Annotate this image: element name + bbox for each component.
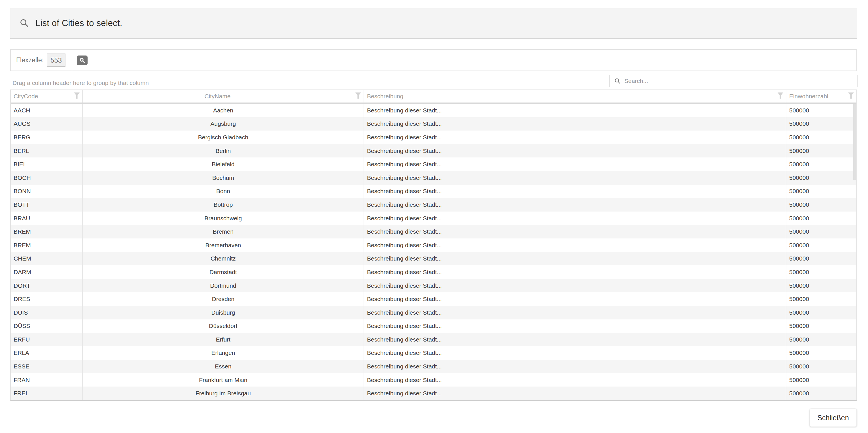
table-row[interactable]: BONNBonnBeschreibung dieser Stadt...5000…: [11, 185, 857, 198]
cell-code: ERFU: [11, 333, 83, 346]
table-row[interactable]: FREIFreiburg im BreisgauBeschreibung die…: [11, 387, 857, 400]
table-row[interactable]: DARMDarmstadtBeschreibung dieser Stadt..…: [11, 265, 857, 279]
cell-name: Dresden: [83, 292, 364, 306]
filter-funnel-icon[interactable]: [848, 92, 854, 101]
table-row[interactable]: ERFUErfurtBeschreibung dieser Stadt...50…: [11, 333, 857, 346]
cell-population: 500000: [786, 306, 857, 320]
table-row[interactable]: BRAUBraunschweigBeschreibung dieser Stad…: [11, 211, 857, 225]
close-button[interactable]: Schließen: [810, 409, 857, 427]
cell-description: Beschreibung dieser Stadt...: [364, 225, 786, 238]
table-row[interactable]: FRANFrankfurt am MainBeschreibung dieser…: [11, 373, 857, 387]
cell-description: Beschreibung dieser Stadt...: [364, 373, 786, 387]
grid-header-row: CityCodeCityNameBeschreibungEinwohnerzah…: [11, 90, 857, 104]
cell-population: 500000: [786, 279, 857, 293]
cell-population: 500000: [786, 238, 857, 252]
flexzelle-input[interactable]: [47, 54, 65, 67]
cell-code: DUIS: [11, 306, 83, 320]
cell-population: 500000: [786, 131, 857, 144]
table-row[interactable]: ERLAErlangenBeschreibung dieser Stadt...…: [11, 346, 857, 360]
cell-name: Duisburg: [83, 306, 364, 320]
cell-name: Bottrop: [83, 198, 364, 211]
cell-population: 500000: [786, 292, 857, 306]
cell-code: AUGS: [11, 117, 83, 131]
filter-funnel-icon[interactable]: [74, 92, 80, 101]
cell-description: Beschreibung dieser Stadt...: [364, 387, 786, 400]
cell-name: Chemnitz: [83, 252, 364, 266]
table-row[interactable]: BREMBremerhavenBeschreibung dieser Stadt…: [11, 238, 857, 252]
cell-name: Augsburg: [83, 117, 364, 131]
table-row[interactable]: AUGSAugsburgBeschreibung dieser Stadt...…: [11, 117, 857, 131]
table-row[interactable]: DORTDortmundBeschreibung dieser Stadt...…: [11, 279, 857, 293]
cell-code: DARM: [11, 265, 83, 279]
cell-description: Beschreibung dieser Stadt...: [364, 279, 786, 293]
cell-description: Beschreibung dieser Stadt...: [364, 144, 786, 158]
cell-description: Beschreibung dieser Stadt...: [364, 117, 786, 131]
table-row[interactable]: DUISDuisburgBeschreibung dieser Stadt...…: [11, 306, 857, 320]
cell-description: Beschreibung dieser Stadt...: [364, 131, 786, 144]
cell-code: ESSE: [11, 360, 83, 373]
cell-population: 500000: [786, 320, 857, 333]
table-row[interactable]: BERLBerlinBeschreibung dieser Stadt...50…: [11, 144, 857, 158]
table-row[interactable]: BOCHBochumBeschreibung dieser Stadt...50…: [11, 171, 857, 185]
cell-description: Beschreibung dieser Stadt...: [364, 211, 786, 225]
column-header-label: CityCode: [11, 93, 82, 100]
cell-population: 500000: [786, 373, 857, 387]
cell-description: Beschreibung dieser Stadt...: [364, 238, 786, 252]
search-button[interactable]: [77, 56, 88, 65]
filter-funnel-icon[interactable]: [355, 92, 361, 101]
cell-code: BONN: [11, 185, 83, 198]
toolbar-divider: [72, 50, 72, 70]
cell-description: Beschreibung dieser Stadt...: [364, 306, 786, 320]
cell-population: 500000: [786, 211, 857, 225]
cell-population: 500000: [786, 252, 857, 266]
cell-code: BERL: [11, 144, 83, 158]
table-row[interactable]: AACHAachenBeschreibung dieser Stadt...50…: [11, 104, 857, 117]
cell-code: BREM: [11, 238, 83, 252]
cell-code: BERG: [11, 131, 83, 144]
column-header-population[interactable]: Einwohnerzahl: [786, 90, 857, 102]
table-row[interactable]: DÜSSDüsseldorfBeschreibung dieser Stadt.…: [11, 320, 857, 333]
cell-name: Bremen: [83, 225, 364, 238]
cell-code: DORT: [11, 279, 83, 293]
table-row[interactable]: BREMBremenBeschreibung dieser Stadt...50…: [11, 225, 857, 238]
cell-description: Beschreibung dieser Stadt...: [364, 185, 786, 198]
cell-population: 500000: [786, 333, 857, 346]
cell-code: BREM: [11, 225, 83, 238]
cell-population: 500000: [786, 198, 857, 211]
cell-name: Bremerhaven: [83, 238, 364, 252]
cell-code: BOCH: [11, 171, 83, 185]
cell-code: BOTT: [11, 198, 83, 211]
cell-description: Beschreibung dieser Stadt...: [364, 346, 786, 360]
cell-name: Freiburg im Breisgau: [83, 387, 364, 400]
cell-name: Dortmund: [83, 279, 364, 293]
cell-code: DÜSS: [11, 320, 83, 333]
column-header-description[interactable]: Beschreibung: [364, 90, 786, 102]
cell-description: Beschreibung dieser Stadt...: [364, 158, 786, 171]
cell-name: Berlin: [83, 144, 364, 158]
table-row[interactable]: DRESDresdenBeschreibung dieser Stadt...5…: [11, 292, 857, 306]
filter-funnel-icon[interactable]: [777, 92, 783, 101]
cell-population: 500000: [786, 265, 857, 279]
table-row[interactable]: CHEMChemnitzBeschreibung dieser Stadt...…: [11, 252, 857, 266]
vertical-scrollbar-thumb[interactable]: [853, 104, 856, 180]
table-row[interactable]: BIELBielefeldBeschreibung dieser Stadt..…: [11, 158, 857, 171]
column-header-name[interactable]: CityName: [83, 90, 364, 102]
cell-description: Beschreibung dieser Stadt...: [364, 333, 786, 346]
flexzelle-label: Flexzelle:: [16, 56, 44, 64]
table-row[interactable]: ESSEEssenBeschreibung dieser Stadt...500…: [11, 360, 857, 373]
cell-name: Aachen: [83, 104, 364, 117]
cell-description: Beschreibung dieser Stadt...: [364, 252, 786, 266]
cell-code: CHEM: [11, 252, 83, 266]
grid-search-input[interactable]: [624, 77, 857, 85]
cell-code: DRES: [11, 292, 83, 306]
magnifier-icon: [79, 57, 85, 63]
cell-description: Beschreibung dieser Stadt...: [364, 360, 786, 373]
column-header-label: CityName: [83, 93, 364, 100]
column-header-label: Einwohnerzahl: [786, 93, 857, 100]
cell-population: 500000: [786, 171, 857, 185]
table-row[interactable]: BOTTBottropBeschreibung dieser Stadt...5…: [11, 198, 857, 211]
column-header-code[interactable]: CityCode: [11, 90, 83, 102]
cell-description: Beschreibung dieser Stadt...: [364, 320, 786, 333]
cell-code: ERLA: [11, 346, 83, 360]
table-row[interactable]: BERGBergisch GladbachBeschreibung dieser…: [11, 131, 857, 144]
